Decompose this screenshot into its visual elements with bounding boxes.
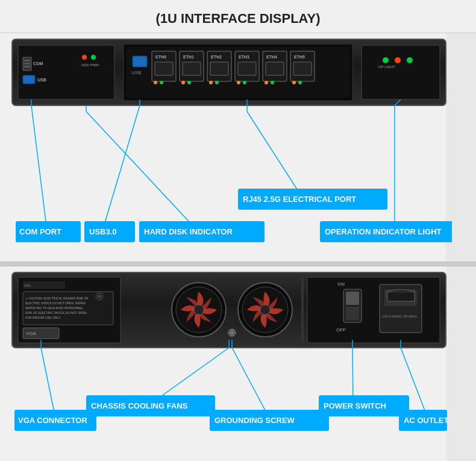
svg-point-21 — [160, 81, 163, 84]
svg-point-25 — [181, 81, 185, 84]
svg-text:AC OUTLET: AC OUTLET — [404, 416, 448, 425]
svg-point-41 — [271, 81, 274, 84]
svg-point-45 — [292, 81, 296, 84]
section1-title: (1U INTERFACE DISPLAY) — [0, 0, 476, 33]
svg-text:ETH3: ETH3 — [239, 55, 249, 59]
svg-text:ETH0: ETH0 — [155, 55, 166, 59]
svg-text:HARD DISK INDICATOR: HARD DISK INDICATOR — [144, 227, 233, 236]
svg-text:ELECTRIC SHOCK DO NOT OPEN. RE: ELECTRIC SHOCK DO NOT OPEN. REFER — [25, 301, 86, 305]
diagram-2u-svg-wrapper: S/N: ⚠ CAUTION: ELECTRICAL HAZARD RISK O… — [6, 266, 452, 461]
svg-line-104 — [41, 348, 55, 418]
svg-text:PWR: PWR — [90, 63, 99, 67]
svg-text:ON: ON — [337, 281, 345, 287]
svg-text:RJ45 2.5G ELECTRICAL PORT: RJ45 2.5G ELECTRICAL PORT — [243, 195, 356, 204]
svg-point-50 — [407, 57, 413, 63]
svg-point-94 — [230, 331, 234, 334]
svg-text:ETH4: ETH4 — [266, 55, 277, 59]
svg-text:OP LIGHT: OP LIGHT — [378, 65, 395, 69]
svg-text:USB: USB — [37, 78, 46, 82]
svg-text:OPERATION INDICATOR LIGHT: OPERATION INDICATOR LIGHT — [325, 227, 442, 236]
svg-line-60 — [247, 111, 301, 196]
svg-rect-15 — [133, 56, 147, 67]
svg-rect-1 — [18, 45, 114, 99]
section-divider — [0, 262, 476, 266]
svg-point-9 — [82, 55, 87, 60]
svg-text:⚠ CAUTION: ELECTRICAL HAZARD R: ⚠ CAUTION: ELECTRICAL HAZARD RISK OF — [25, 296, 89, 300]
svg-text:SERVICING TO QUALIFIED PERSONN: SERVICING TO QUALIFIED PERSONNEL. — [25, 306, 84, 310]
svg-text:VGA: VGA — [26, 331, 37, 336]
svg-point-10 — [91, 55, 96, 60]
svg-rect-47 — [362, 45, 440, 99]
diagram-1u-svg-wrapper: COM USB HDD PWR USB ETH0 — [6, 33, 452, 252]
svg-point-85 — [98, 295, 101, 298]
svg-rect-7 — [23, 75, 35, 84]
svg-point-30 — [209, 81, 213, 84]
svg-rect-3 — [24, 60, 30, 61]
svg-point-40 — [265, 81, 268, 84]
svg-rect-38 — [266, 62, 284, 75]
svg-rect-92 — [301, 277, 304, 343]
svg-rect-43 — [293, 62, 312, 75]
svg-point-88 — [194, 305, 204, 315]
svg-point-20 — [154, 81, 157, 84]
svg-text:VGA CONNECTOR: VGA CONNECTOR — [18, 416, 87, 425]
svg-rect-100 — [346, 307, 359, 320]
svg-rect-5 — [24, 66, 30, 67]
svg-text:100-240VAC 50-60Hz: 100-240VAC 50-60Hz — [382, 315, 417, 318]
svg-point-31 — [215, 81, 219, 84]
svg-line-56 — [86, 111, 198, 231]
svg-text:POWER SWITCH: POWER SWITCH — [324, 401, 386, 410]
svg-text:ETH5: ETH5 — [294, 55, 305, 59]
svg-rect-4 — [24, 63, 30, 64]
svg-point-46 — [298, 81, 302, 84]
svg-rect-23 — [183, 62, 201, 75]
svg-rect-28 — [210, 62, 228, 75]
svg-line-108 — [232, 348, 269, 418]
svg-text:GROUNDING SCREW: GROUNDING SCREW — [215, 416, 295, 425]
diagram-2u: S/N: ⚠ CAUTION: ELECTRICAL HAZARD RISK O… — [0, 266, 446, 461]
svg-rect-99 — [346, 292, 359, 305]
svg-rect-18 — [155, 62, 173, 75]
svg-line-54 — [102, 105, 140, 231]
svg-text:S/N:: S/N: — [24, 284, 31, 287]
svg-rect-33 — [238, 62, 256, 75]
svg-line-52 — [31, 105, 47, 231]
svg-point-48 — [383, 57, 389, 63]
svg-text:USB3.0: USB3.0 — [89, 227, 117, 236]
svg-point-49 — [395, 57, 401, 63]
svg-text:COM PORT: COM PORT — [19, 227, 61, 236]
svg-text:ETH2: ETH2 — [211, 55, 222, 59]
svg-point-36 — [243, 81, 246, 84]
page-wrapper: (1U INTERFACE DISPLAY) — [0, 0, 476, 461]
svg-text:USB: USB — [131, 70, 141, 75]
svg-point-35 — [237, 81, 240, 84]
svg-text:CHASSIS COOLING FANS: CHASSIS COOLING FANS — [91, 401, 188, 410]
svg-text:RISK OF ELECTRIC SHOCK DO NOT : RISK OF ELECTRIC SHOCK DO NOT OPEN. — [25, 311, 87, 315]
svg-text:COM: COM — [33, 61, 43, 66]
diagram-1u-svg: COM USB HDD PWR USB ETH0 — [6, 33, 452, 250]
svg-text:ETH1: ETH1 — [183, 55, 194, 59]
diagram-1u: COM USB HDD PWR USB ETH0 — [0, 33, 446, 262]
svg-point-26 — [187, 81, 191, 84]
diagram-2u-svg: S/N: ⚠ CAUTION: ELECTRICAL HAZARD RISK O… — [6, 266, 452, 459]
svg-text:FOR INDOOR USE ONLY.: FOR INDOOR USE ONLY. — [25, 316, 61, 319]
svg-point-91 — [260, 305, 270, 315]
svg-text:HDD: HDD — [81, 63, 90, 67]
svg-text:OFF: OFF — [336, 327, 346, 333]
